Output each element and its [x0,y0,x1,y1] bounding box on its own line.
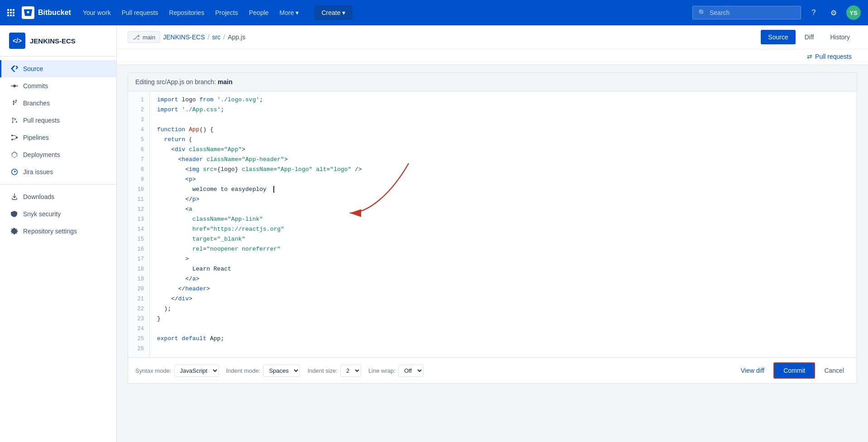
editor-info-bar: Editing src/App.js on branch: main [128,73,857,91]
snyk-icon [10,210,19,218]
commit-button[interactable]: Commit [773,362,815,379]
sidebar-item-branches-label: Branches [23,100,50,107]
breadcrumb-folder[interactable]: src [212,33,221,41]
downloads-icon [10,193,19,201]
code-content[interactable]: import logo from './logo.svg'; import '.… [150,91,857,357]
line-num-16: 16 [128,244,149,254]
nav-people[interactable]: People [244,5,273,20]
avatar[interactable]: YS [846,5,861,20]
line-num-6: 6 [128,145,149,155]
bitbucket-icon [22,6,34,19]
branch-selector[interactable]: ⎇ main [128,31,160,43]
line-wrap-label: Line wrap: [368,367,396,374]
indent-mode-label: Indent mode: [226,367,261,374]
editor-body: 1 2 3 4 5 6 7 8 9 10 11 12 13 14 15 16 1 [128,91,857,357]
sidebar-item-commits[interactable]: Commits [0,77,116,95]
line-num-19: 19 [128,274,149,284]
indent-size-control: Indent size: 2 [307,365,361,377]
line-num-26: 26 [128,344,149,354]
sidebar: </> JENKINS-ECS Source Commits Branche [0,25,117,442]
line-num-22: 22 [128,304,149,314]
nav-repositories[interactable]: Repositories [165,5,209,20]
settings-button[interactable]: ⚙ [826,5,841,20]
sidebar-item-source[interactable]: Source [0,60,116,77]
indent-size-select[interactable]: 2 [340,365,361,377]
sidebar-item-branches[interactable]: Branches [0,95,116,112]
tab-diff[interactable]: Diff [797,30,821,44]
sidebar-item-deployments[interactable]: Deployments [0,146,116,163]
sidebar-item-downloads-label: Downloads [23,193,54,200]
topnav-right: 🔍 ? ⚙ YS [692,5,861,20]
brand-logo[interactable]: Bitbucket [22,6,71,19]
search-input[interactable] [710,9,795,16]
pipelines-icon [10,133,19,142]
indent-mode-select[interactable]: Spaces [263,365,300,377]
breadcrumb-repo[interactable]: JENKINS-ECS [163,33,205,41]
top-navigation: Bitbucket Your work Pull requests Reposi… [0,0,868,25]
create-button[interactable]: Create ▾ [314,5,353,20]
nav-projects[interactable]: Projects [210,5,243,20]
sidebar-item-pipelines-label: Pipelines [23,134,49,141]
nav-more[interactable]: More ▾ [275,5,304,20]
tab-source[interactable]: Source [761,30,795,44]
code-line-17: > [150,254,857,264]
sidebar-item-jira-issues-label: Jira issues [23,168,53,176]
sidebar-item-pipelines[interactable]: Pipelines [0,129,116,146]
apps-icon[interactable] [7,9,14,16]
main-content: ⎇ main JENKINS-ECS / src / App.js Source… [117,25,868,442]
settings-icon [10,227,19,235]
repo-icon: </> [9,33,25,49]
search-box[interactable]: 🔍 [692,6,801,19]
main-header: ⎇ main JENKINS-ECS / src / App.js Source… [117,25,868,65]
sidebar-item-downloads[interactable]: Downloads [0,188,116,205]
pull-requests-link[interactable]: ⇄ Pull requests [801,49,857,65]
nav-pull-requests[interactable]: Pull requests [117,5,163,20]
bottom-bar: Syntax mode: JavaScript Indent mode: Spa… [128,357,857,383]
sidebar-item-deployments-label: Deployments [23,151,60,158]
line-num-12: 12 [128,204,149,214]
sidebar-item-pull-requests-label: Pull requests [23,117,60,124]
line-num-20: 20 [128,284,149,294]
svg-point-0 [13,85,16,87]
help-button[interactable]: ? [806,5,821,20]
code-line-5: return ( [150,135,857,145]
line-num-23: 23 [128,314,149,324]
sidebar-repo-header[interactable]: </> JENKINS-ECS [0,25,116,57]
editor-info-text: Editing src/App.js on branch: [135,78,218,86]
syntax-mode-select[interactable]: JavaScript [174,365,219,377]
line-num-17: 17 [128,254,149,264]
syntax-mode-label: Syntax mode: [135,367,172,374]
line-num-10: 10 [128,185,149,195]
sidebar-item-repository-settings[interactable]: Repository settings [0,223,116,240]
sidebar-item-snyk-security[interactable]: Snyk security [0,205,116,223]
code-line-6: <div className="App"> [150,145,857,155]
code-line-9: <p> [150,175,857,185]
indent-mode-control: Indent mode: Spaces [226,365,300,377]
sidebar-item-jira-issues[interactable]: Jira issues [0,163,116,181]
code-line-12: <a [150,204,857,214]
line-num-25: 25 [128,334,149,344]
breadcrumb-file: App.js [228,33,245,41]
svg-rect-5 [16,137,18,138]
view-diff-button[interactable]: View diff [735,363,770,378]
commits-icon [10,82,19,90]
nav-your-work[interactable]: Your work [78,5,115,20]
syntax-mode-control: Syntax mode: JavaScript [135,365,219,377]
sidebar-item-pull-requests[interactable]: Pull requests [0,112,116,129]
source-icon [10,65,19,73]
svg-rect-4 [11,139,13,140]
sidebar-nav: Source Commits Branches Pull requests [0,57,116,243]
code-line-24 [150,324,857,334]
line-wrap-control: Line wrap: Off [368,365,424,377]
line-numbers: 1 2 3 4 5 6 7 8 9 10 11 12 13 14 15 16 1 [128,91,150,357]
cancel-button[interactable]: Cancel [819,363,849,378]
pr-icon: ⇄ [807,53,812,60]
deployments-icon [10,151,19,159]
code-line-2: import './App.css'; [150,105,857,115]
line-num-24: 24 [128,324,149,334]
tab-history[interactable]: History [823,30,857,44]
code-line-22: ); [150,304,857,314]
branch-icon: ⎇ [133,33,140,41]
line-wrap-select[interactable]: Off [398,365,424,377]
code-line-26 [150,344,857,354]
